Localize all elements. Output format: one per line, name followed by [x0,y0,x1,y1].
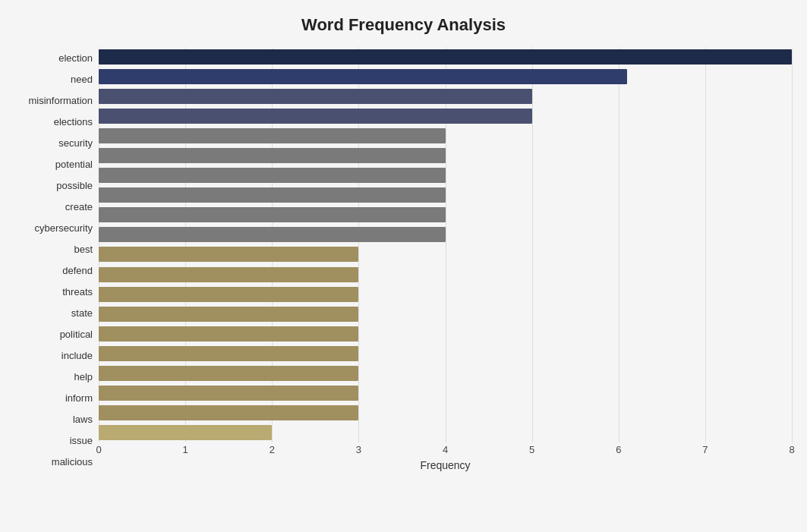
bar-rows [99,47,792,442]
bar-row [99,185,792,205]
bar-row [99,165,792,185]
bar [99,168,446,183]
y-label: state [71,303,93,323]
x-axis-label: Frequency [99,459,792,471]
bar-row [99,403,792,423]
x-tick: 0 [96,444,101,455]
bar-row [99,244,792,264]
bar [99,128,446,143]
chart-container: Word Frequency Analysis electionneedmisi… [0,0,807,532]
bar [99,425,272,440]
y-axis: electionneedmisinformationelectionssecur… [15,47,99,473]
bar [99,366,358,381]
x-tick: 4 [443,444,448,455]
y-label: potential [55,154,93,175]
chart-title: Word Frequency Analysis [15,15,792,35]
bar [99,89,532,104]
chart-area: electionneedmisinformationelectionssecur… [15,47,792,473]
bar [99,207,446,222]
bar [99,307,358,322]
bar-row [99,265,792,285]
bar-row [99,383,792,403]
y-label: political [60,324,93,345]
bar-row [99,364,792,383]
x-axis: 012345678 Frequency [99,442,792,473]
bar [99,326,358,342]
bar-row [99,67,792,87]
y-label: best [74,239,93,260]
bar-row [99,304,792,324]
bar-row [99,205,792,225]
bar-row [99,126,792,146]
x-ticks: 012345678 [99,442,792,458]
y-label: create [65,197,93,217]
bar [99,187,446,203]
bar [99,49,792,65]
x-tick: 2 [270,444,275,455]
bar-row [99,47,792,67]
bar [99,267,358,282]
bar-row [99,146,792,165]
y-label: misinformation [28,90,93,111]
x-tick: 1 [183,444,188,455]
y-label: possible [56,175,93,196]
x-tick: 8 [789,444,794,455]
y-label: threats [62,282,93,302]
bar [99,386,358,401]
y-label: include [61,345,93,366]
x-tick: 7 [702,444,708,455]
y-label: defend [62,260,93,281]
bar-row [99,106,792,126]
x-tick: 3 [356,444,361,455]
y-label: security [58,133,93,153]
bar-row [99,87,792,106]
y-label: need [71,69,93,90]
bar [99,109,532,124]
y-label: inform [65,388,93,408]
bar-row [99,225,792,244]
bar [99,346,358,361]
y-label: cybersecurity [34,218,93,238]
bar-row [99,344,792,364]
y-label: help [74,367,93,387]
y-label: laws [73,409,93,430]
y-label: elections [54,112,93,132]
y-label: malicious [52,452,93,472]
bar [99,405,358,420]
x-tick: 6 [616,444,621,455]
bars-and-xaxis: 012345678 Frequency [99,47,792,473]
bar [99,287,358,302]
bar [99,227,446,242]
y-label: issue [70,430,93,451]
bar [99,69,627,84]
bar-row [99,285,792,304]
bars-area [99,47,792,442]
y-label: election [58,48,93,68]
bar-row [99,324,792,344]
grid-line [792,47,793,442]
x-tick: 5 [529,444,534,455]
bar [99,148,446,163]
bar-row [99,423,792,442]
bar [99,247,358,262]
